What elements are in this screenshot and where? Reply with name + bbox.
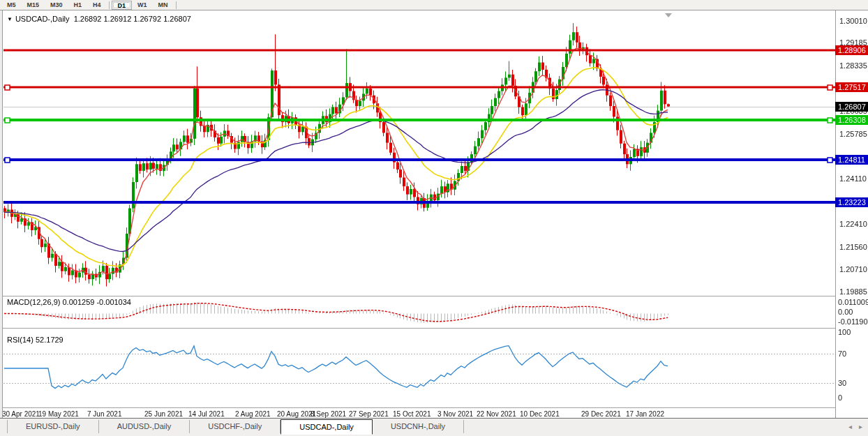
date-tick-label: 10 Dec 2021 [520,410,560,418]
macd-tick-label: 0.00 [838,308,853,316]
hline-price-badge: 1.23223 [835,197,868,207]
tab-scroll-controls: ◂ ▸ [848,420,862,430]
price-tick-label: 1.20710 [839,265,867,273]
rsi-title: RSI(14) [7,336,33,344]
price-tick-label: 1.24110 [839,174,867,183]
date-tick-label: 8 Sep 2021 [310,410,346,418]
tab-audusd[interactable]: AUDUSD-,Daily [99,420,190,433]
toolbar-separator [176,1,177,9]
chart-canvas[interactable] [0,0,868,436]
rsi-tick-label: 100 [838,328,851,336]
rsi-tick-label: 0 [838,393,842,402]
timeframe-button-w1[interactable]: W1 [132,1,153,10]
timeframe-button-mn[interactable]: MN [153,1,174,10]
chart-header: ▼USDCAD-,Daily 1.26892 1.26912 1.26792 1… [7,15,191,23]
date-tick-label: 17 Jan 2022 [626,410,664,418]
macd-tick-label: 0.011009 [838,298,868,306]
rsi-tick-label: 30 [838,379,846,387]
chart-symbol-title: USDCAD-,Daily [15,15,70,23]
chart-tab-bar: EURUSD-,Daily AUDUSD-,Daily USDCHF-,Dail… [0,418,868,436]
chart-dropdown-icon[interactable]: ▼ [7,16,13,22]
date-tick-label: 30 Apr 2021 [2,410,40,418]
rsi-header: RSI(14) 52.1729 [7,336,63,344]
chart-shift-marker-icon[interactable] [665,13,672,17]
macd-tick-label: -0.01190 [838,317,868,326]
current-price-badge: 1.26807 [835,102,868,112]
timeframe-button-d1[interactable]: D1 [112,1,133,10]
date-tick-label: 27 Sep 2021 [349,410,389,418]
chart-ohlc-values: 1.26892 1.26912 1.26792 1.26807 [74,15,191,23]
date-tick-label: 2 Aug 2021 [235,410,271,418]
macd-values: 0.001259 -0.001034 [62,298,130,306]
date-tick-label: 25 Jun 2021 [144,410,183,418]
price-axis-border [835,10,836,418]
tab-eurusd[interactable]: EURUSD-,Daily [7,420,99,433]
timeframe-button-h4[interactable]: H4 [87,1,107,10]
price-tick-label: 1.19885 [839,287,867,296]
price-tick-label: 1.21560 [839,243,867,251]
price-tick-label: 1.28335 [839,61,867,70]
date-tick-label: 14 Jul 2021 [188,410,225,418]
timeframe-button-m5[interactable]: M5 [1,1,22,10]
date-tick-label: 19 May 2021 [38,410,79,418]
timeframe-toolbar: M5 M15 M30 H1 H4 D1 W1 MN [0,0,868,10]
tab-usdchf[interactable]: USDCHF-,Daily [190,420,280,433]
price-tick-label: 1.30010 [839,17,867,25]
macd-title: MACD(12,26,9) [7,298,60,306]
rsi-value: 52.1729 [36,336,63,344]
tab-usdcad-active[interactable]: USDCAD-,Daily [280,419,373,435]
rsi-tick-label: 70 [838,349,846,358]
date-tick-label: 15 Oct 2021 [393,410,431,418]
date-tick-label: 29 Dec 2021 [581,410,621,418]
date-tick-label: 7 Jun 2021 [87,410,122,418]
window-left-border [0,10,3,418]
hline-price-badge: 1.26308 [835,115,868,125]
hline-price-badge: 1.28906 [835,45,868,55]
tab-scroll-right-icon[interactable]: ▸ [859,423,862,430]
terminal-window: M5 M15 M30 H1 H4 D1 W1 MN ▼USDCAD-,Daily… [0,0,868,436]
macd-header: MACD(12,26,9) 0.001259 -0.001034 [7,298,131,306]
toolbar-separator [109,1,110,9]
date-tick-label: 3 Nov 2021 [437,410,473,418]
price-tick-label: 1.22410 [839,220,867,228]
macd-rsi-separator[interactable] [3,328,835,329]
date-tick-label: 22 Nov 2021 [477,410,516,418]
hline-price-badge: 1.27517 [835,82,868,92]
rsi-dateaxis-separator [3,407,835,408]
price-tick-label: 1.25785 [839,130,867,138]
tab-scroll-left-icon[interactable]: ◂ [848,423,852,430]
timeframe-button-h1[interactable]: H1 [68,1,88,10]
tab-usdcnh[interactable]: USDCNH-,Daily [373,420,464,433]
hline-price-badge: 1.24811 [835,155,868,165]
timeframe-button-m15[interactable]: M15 [22,1,45,10]
timeframe-button-m30[interactable]: M30 [45,1,68,10]
chart-macd-separator[interactable] [3,296,835,296]
